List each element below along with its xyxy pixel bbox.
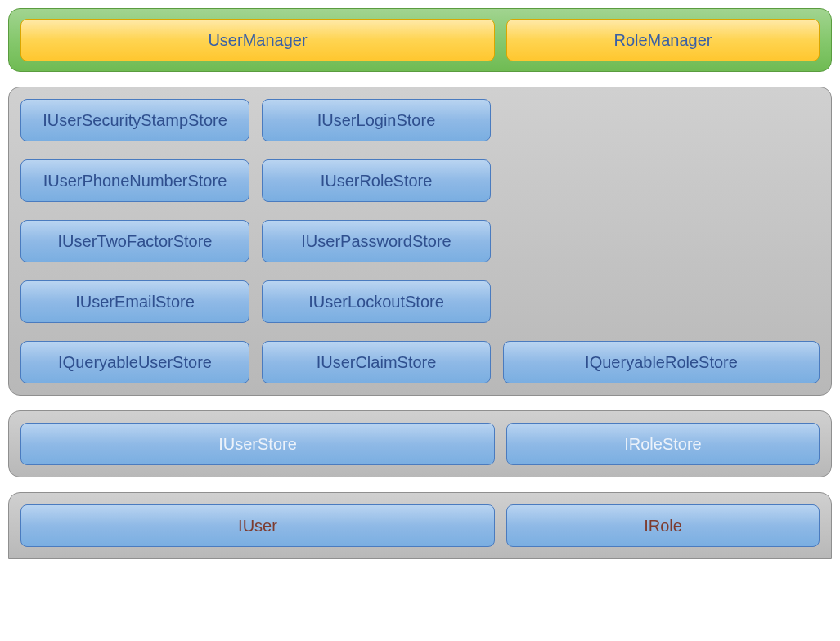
interface-columns: IUserSecurityStampStore IUserPhoneNumber… — [20, 99, 820, 383]
iuser-login-store: IUserLoginStore — [262, 99, 491, 141]
interface-column-a: IUserSecurityStampStore IUserPhoneNumber… — [20, 99, 249, 383]
user-manager-box: UserManager — [20, 19, 495, 61]
iuser-lockout-store: IUserLockoutStore — [262, 280, 491, 323]
iuser-box: IUser — [20, 504, 495, 547]
iuser-security-stamp-store: IUserSecurityStampStore — [20, 99, 249, 141]
iuser-store-box: IUserStore — [20, 423, 495, 465]
managers-layer: UserManager RoleManager — [8, 8, 832, 72]
role-manager-box: RoleManager — [506, 19, 820, 61]
entity-layer: IUser IRole — [8, 492, 832, 559]
optional-interfaces-layer: IUserSecurityStampStore IUserPhoneNumber… — [8, 87, 832, 396]
iuser-claim-store: IUserClaimStore — [262, 341, 491, 383]
irole-box: IRole — [506, 504, 820, 547]
iuser-password-store: IUserPasswordStore — [262, 220, 491, 262]
iuser-phone-number-store: IUserPhoneNumberStore — [20, 159, 249, 202]
iuser-role-store: IUserRoleStore — [262, 159, 491, 202]
iuser-two-factor-store: IUserTwoFactorStore — [20, 220, 249, 262]
iqueryable-user-store: IQueryableUserStore — [20, 341, 249, 383]
irole-store-box: IRoleStore — [506, 423, 820, 465]
iuser-email-store: IUserEmailStore — [20, 280, 249, 323]
interface-column-c: IQueryableRoleStore — [503, 99, 820, 383]
store-layer: IUserStore IRoleStore — [8, 410, 832, 477]
interface-column-b: IUserLoginStore IUserRoleStore IUserPass… — [262, 99, 491, 383]
iqueryable-role-store: IQueryableRoleStore — [503, 341, 820, 383]
